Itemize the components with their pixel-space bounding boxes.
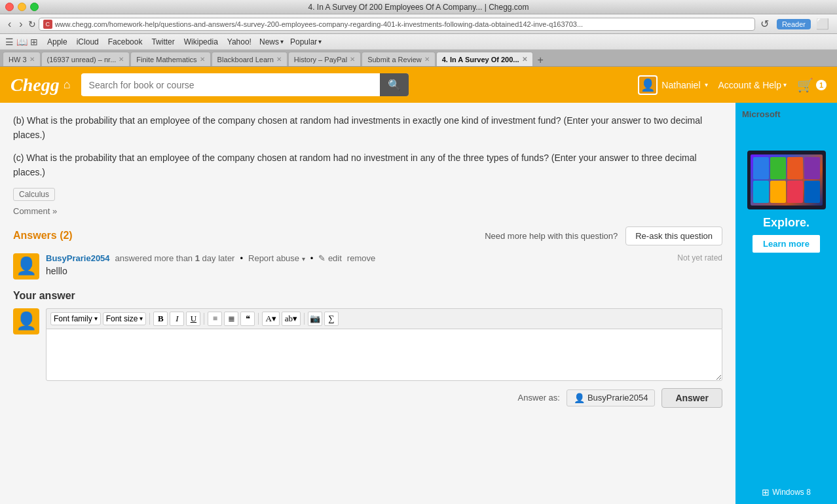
user-name: Nathaniel bbox=[661, 80, 700, 90]
bold-button[interactable]: B bbox=[153, 312, 168, 326]
numbered-list-button[interactable]: ≣ bbox=[224, 312, 238, 326]
search-input[interactable] bbox=[81, 75, 380, 96]
font-size-label: Font size bbox=[106, 314, 138, 323]
bullet-list-button[interactable]: ≡ bbox=[208, 312, 222, 326]
font-size-chevron: ▾ bbox=[140, 315, 143, 322]
submit-answer-button[interactable]: Answer bbox=[661, 388, 722, 408]
italic-button[interactable]: I bbox=[170, 312, 184, 326]
bookmark-wikipedia[interactable]: Wikipedia bbox=[180, 37, 222, 46]
report-abuse-link[interactable]: Report abuse ▾ bbox=[248, 253, 305, 263]
minimize-button[interactable] bbox=[18, 3, 26, 11]
bookmark-news[interactable]: News ▾ bbox=[257, 37, 286, 46]
tab-hw3[interactable]: HW 3 ✕ bbox=[3, 52, 41, 66]
bookmark-popular[interactable]: Popular ▾ bbox=[288, 37, 324, 46]
reader-button[interactable]: Reader bbox=[777, 19, 811, 29]
browser-content: Chegg ⌂ 🔍 👤 Nathaniel ▾ Account & Help ▾… bbox=[0, 67, 837, 504]
answer-as-username: BusyPrarie2054 bbox=[587, 393, 648, 403]
account-help-menu[interactable]: Account & Help ▾ bbox=[718, 80, 787, 90]
answerer-name[interactable]: BusyPrarie2054 bbox=[46, 253, 110, 263]
toolbar-divider-4 bbox=[304, 313, 305, 325]
toolbar-divider-2 bbox=[204, 313, 204, 325]
share-button[interactable]: ⬜ bbox=[813, 16, 832, 31]
home-icon[interactable]: ⌂ bbox=[64, 78, 71, 92]
answer-textarea[interactable] bbox=[46, 329, 722, 381]
new-tab-button[interactable]: + bbox=[534, 54, 548, 66]
answer-text: helllo bbox=[46, 266, 722, 276]
toolbar-divider-1 bbox=[149, 313, 150, 325]
bookmark-facebook[interactable]: Facebook bbox=[104, 37, 147, 46]
chegg-logo-text: Chegg bbox=[10, 75, 60, 96]
tabs-bar: HW 3 ✕ (16937 unread) – nr... ✕ Finite M… bbox=[0, 50, 837, 67]
tab-submit[interactable]: Submit a Review ✕ bbox=[362, 52, 436, 66]
comment-link[interactable]: Comment » bbox=[13, 206, 57, 216]
image-button[interactable]: 📷 bbox=[308, 312, 322, 326]
bookmark-yahoo[interactable]: Yahoo! bbox=[223, 37, 255, 46]
answer-form: 👤 Font family ▾ Font size ▾ bbox=[13, 308, 722, 408]
tab-close-hw3[interactable]: ✕ bbox=[29, 56, 35, 63]
user-avatar: 👤 bbox=[638, 75, 658, 95]
answer-editor: Font family ▾ Font size ▾ B I U bbox=[46, 308, 722, 408]
tab-close-email[interactable]: ✕ bbox=[119, 56, 124, 63]
quote-button[interactable]: ❝ bbox=[240, 312, 255, 326]
search-button[interactable]: 🔍 bbox=[380, 73, 409, 96]
ad-tablet-image bbox=[747, 151, 826, 209]
font-color-button[interactable]: A▾ bbox=[262, 312, 279, 326]
font-size-select[interactable]: Font size ▾ bbox=[103, 312, 147, 325]
question-b: (b) What is the probability that an empl… bbox=[13, 113, 722, 143]
tab-finite[interactable]: Finite Mathematics ✕ bbox=[130, 52, 210, 66]
maximize-button[interactable] bbox=[30, 3, 39, 11]
back-button[interactable]: ‹ bbox=[5, 17, 14, 31]
refresh-icon[interactable]: ↺ bbox=[758, 16, 772, 31]
list-view-icon[interactable]: ☰ bbox=[5, 37, 14, 47]
calculus-tag[interactable]: Calculus bbox=[13, 188, 55, 201]
edit-link[interactable]: ✎ edit bbox=[318, 253, 342, 263]
grid-icon[interactable]: ⊞ bbox=[30, 37, 38, 47]
account-help-chevron: ▾ bbox=[783, 81, 787, 88]
tile-6 bbox=[770, 181, 786, 203]
learn-more-button[interactable]: Learn more bbox=[753, 235, 820, 253]
ms-footer: ⊞ Windows 8 bbox=[762, 487, 811, 497]
tile-4 bbox=[804, 157, 820, 179]
tab-email[interactable]: (16937 unread) – nr... ✕ bbox=[41, 52, 130, 66]
tab-close-finite[interactable]: ✕ bbox=[200, 56, 205, 63]
formula-button[interactable]: ∑ bbox=[324, 312, 339, 326]
font-family-select[interactable]: Font family ▾ bbox=[50, 312, 101, 325]
tile-8 bbox=[804, 181, 820, 203]
bookmark-icloud[interactable]: iCloud bbox=[73, 37, 103, 46]
windows-flag-icon: ⊞ bbox=[762, 487, 770, 497]
tab-blackboard[interactable]: Blackboard Learn ✕ bbox=[212, 52, 288, 66]
chegg-logo: Chegg ⌂ bbox=[10, 75, 71, 96]
answer-body: BusyPrarie2054 answered more than 1 day … bbox=[46, 253, 722, 279]
forward-button[interactable]: › bbox=[16, 17, 25, 31]
highlight-button[interactable]: ab▾ bbox=[282, 312, 301, 326]
tile-3 bbox=[787, 157, 803, 179]
tab-close-history[interactable]: ✕ bbox=[350, 56, 355, 63]
close-button[interactable] bbox=[5, 3, 14, 11]
tablet-screen bbox=[751, 154, 823, 206]
windows-version: Windows 8 bbox=[772, 488, 811, 497]
reload-button[interactable]: ↻ bbox=[28, 19, 36, 29]
re-ask-button[interactable]: Re-ask this question bbox=[625, 226, 722, 245]
user-menu[interactable]: 👤 Nathaniel ▾ bbox=[638, 75, 707, 95]
cart-button[interactable]: 🛒 1 bbox=[797, 77, 827, 93]
remove-link[interactable]: remove bbox=[347, 253, 375, 263]
bookmark-twitter[interactable]: Twitter bbox=[147, 37, 178, 46]
tab-close-chegg[interactable]: ✕ bbox=[522, 56, 527, 63]
bookmark-icon[interactable]: 📖 bbox=[16, 37, 28, 47]
main-content: (b) What is the probability that an empl… bbox=[0, 103, 735, 504]
window-title: 4. In A Survey Of 200 Employees Of A Com… bbox=[308, 3, 529, 12]
action-divider: • bbox=[310, 253, 314, 263]
tab-history[interactable]: History – PayPal ✕ bbox=[288, 52, 361, 66]
url-bar[interactable]: C www.chegg.com/homework-help/questions-… bbox=[39, 18, 755, 31]
answer-card: 👤 BusyPrarie2054 answered more than 1 da… bbox=[13, 253, 722, 279]
ad-sidebar: Microsoft Explore. Learn more ⊞ Windows … bbox=[735, 103, 837, 504]
bookmark-apple[interactable]: Apple bbox=[43, 37, 71, 46]
tile-7 bbox=[787, 181, 803, 203]
answers-title: Answers (2) bbox=[13, 230, 73, 242]
tab-close-blackboard[interactable]: ✕ bbox=[276, 56, 282, 63]
answer-as-label: Answer as: bbox=[518, 393, 560, 403]
tab-chegg-active[interactable]: 4. In A Survey Of 200... ✕ bbox=[436, 52, 533, 66]
tab-close-submit[interactable]: ✕ bbox=[424, 56, 430, 63]
answers-header: Answers (2) Need more help with this que… bbox=[13, 226, 722, 245]
underline-button[interactable]: U bbox=[186, 312, 200, 326]
